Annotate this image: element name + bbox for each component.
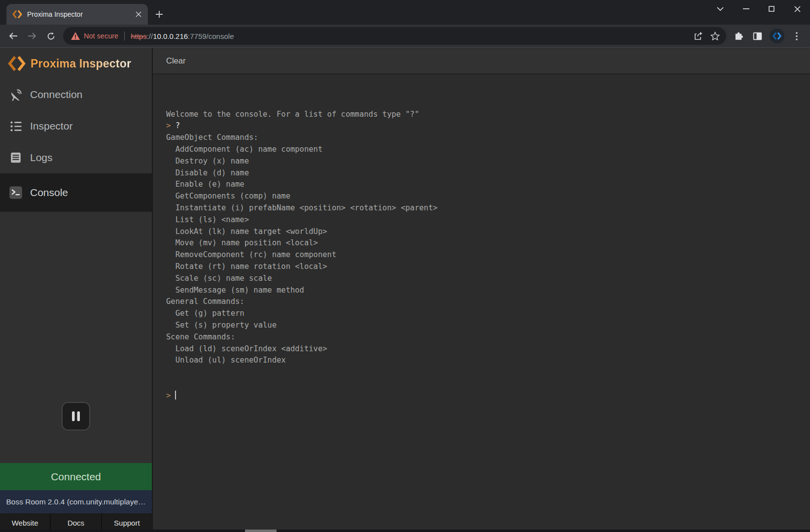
close-button[interactable] (784, 0, 810, 18)
forward-button[interactable] (24, 28, 40, 44)
tab-search-chevron-icon[interactable] (707, 0, 733, 18)
console-line: General Commands: (166, 296, 805, 308)
maximize-button[interactable] (759, 0, 784, 18)
browser-window: Proxima Inspector (0, 0, 810, 532)
console-line: Destroy (x) name (166, 156, 805, 167)
proxima-logo-icon (8, 55, 26, 72)
text-cursor (175, 391, 176, 399)
browser-tab[interactable]: Proxima Inspector (6, 4, 148, 25)
connection-status-badge: Connected (0, 463, 152, 490)
browser-toolbar: Not secure https://10.0.0.216:7759/conso… (0, 25, 810, 48)
console-line: Move (mv) name position <local> (166, 237, 805, 249)
sidebar: Proxima Inspector Connection (0, 48, 153, 532)
console-line: Load (ld) sceneOrIndex <additive> (166, 343, 805, 355)
url-text[interactable]: https://10.0.0.216:7759/console (131, 32, 690, 40)
new-tab-button[interactable] (152, 7, 166, 21)
list-icon (9, 119, 23, 133)
sidebar-item-connection[interactable]: Connection (0, 79, 152, 110)
console-output[interactable]: Welcome to the console. For a list of co… (153, 74, 810, 532)
console-line: Enable (e) name (166, 179, 805, 191)
console-prompt-line[interactable]: > (166, 390, 805, 402)
sidebar-item-label: Console (30, 187, 68, 199)
side-panel-icon[interactable] (749, 28, 766, 44)
sidebar-item-label: Logs (30, 152, 53, 164)
console-panel: Clear Welcome to the console. For a list… (153, 48, 810, 532)
clear-button[interactable]: Clear (166, 56, 185, 66)
url-scheme: https (131, 32, 147, 40)
prompt-char: > (166, 391, 171, 400)
app-logo: Proxima Inspector (0, 48, 152, 79)
page-content: Proxima Inspector Connection (0, 48, 810, 532)
console-line: Disable (d) name (166, 167, 805, 179)
url-separator: :// (147, 32, 153, 40)
sidebar-item-label: Inspector (30, 120, 72, 132)
console-toolbar: Clear (153, 48, 810, 74)
console-line: Rotate (rt) name rotation <local> (166, 261, 805, 273)
console-line: Get (g) pattern (166, 308, 805, 320)
proxima-favicon-icon (12, 9, 22, 19)
url-path: :7759/console (188, 32, 234, 40)
console-line: GetComponents (comp) name (166, 191, 805, 202)
share-icon[interactable] (690, 28, 706, 44)
console-line: > ? (166, 120, 805, 132)
minimize-button[interactable] (733, 0, 759, 18)
url-host: 10.0.0.216 (153, 32, 188, 40)
address-bar[interactable]: Not secure https://10.0.0.216:7759/conso… (63, 27, 726, 45)
omnibox-divider (124, 32, 125, 40)
window-controls (707, 0, 810, 18)
terminal-icon (9, 186, 23, 200)
console-line: LookAt (lk) name target <worldUp> (166, 226, 805, 238)
horizontal-scrollbar[interactable] (0, 530, 810, 532)
pause-icon (71, 411, 81, 422)
sidebar-item-logs[interactable]: Logs (0, 142, 152, 173)
console-line: Instantiate (i) prefabName <position> <r… (166, 202, 805, 214)
tab-close-icon[interactable] (134, 10, 143, 19)
bookmark-star-icon[interactable] (706, 28, 723, 44)
back-button[interactable] (5, 28, 22, 44)
document-icon (9, 151, 23, 165)
sidebar-item-inspector[interactable]: Inspector (0, 110, 152, 142)
console-history: Welcome to the console. For a list of co… (166, 109, 805, 367)
console-line: AddComponent (ac) name component (166, 144, 805, 156)
console-line: Set (s) property value (166, 320, 805, 332)
tab-strip: Proxima Inspector (0, 0, 810, 25)
pause-button[interactable] (62, 402, 90, 431)
satellite-icon (9, 88, 23, 101)
extensions-puzzle-icon[interactable] (730, 28, 747, 44)
sidebar-item-console[interactable]: Console (0, 173, 152, 212)
app-title: Proxima Inspector (31, 57, 131, 70)
console-line: Scale (sc) name scale (166, 273, 805, 285)
not-secure-label[interactable]: Not secure (84, 32, 118, 40)
console-line: Unload (ul) sceneOrIndex (166, 355, 805, 366)
tab-title: Proxima Inspector (27, 10, 134, 18)
console-line: List (ls) <name> (166, 214, 805, 226)
console-line: Scene Commands: (166, 332, 805, 343)
not-secure-warning-icon (71, 32, 80, 40)
console-line: Welcome to the console. For a list of co… (166, 109, 805, 121)
project-info: Boss Room 2.0.4 (com.unity.multiplaye… (0, 490, 152, 513)
sidebar-item-label: Connection (30, 89, 82, 100)
console-line: SendMessage (sm) name method (166, 285, 805, 297)
console-line: RemoveComponent (rc) name component (166, 249, 805, 261)
scrollbar-thumb[interactable] (245, 530, 277, 532)
profile-avatar[interactable] (770, 29, 784, 43)
browser-menu-dots-icon[interactable] (788, 28, 805, 44)
reload-button[interactable] (42, 28, 59, 44)
sidebar-nav: Connection Inspector (0, 79, 152, 212)
console-line: GameObject Commands: (166, 132, 805, 144)
